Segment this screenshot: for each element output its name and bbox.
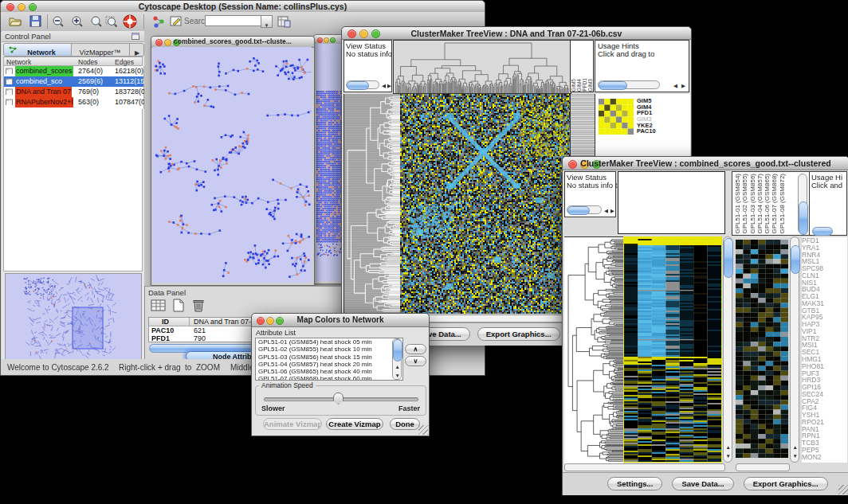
mini-heatmap-canvas[interactable] xyxy=(599,99,634,135)
table-icon[interactable] xyxy=(150,299,167,313)
attribute-item[interactable]: GPL51-01 (GSM854) heat shock 05 min xyxy=(258,338,402,346)
close-icon[interactable] xyxy=(317,37,323,43)
column-dendrogram-area[interactable] xyxy=(618,171,725,234)
attribute-browser-icon[interactable] xyxy=(277,15,291,28)
treeview-button[interactable]: Export Graphics... xyxy=(477,327,560,341)
done-button[interactable]: Done xyxy=(390,418,420,430)
trash-icon[interactable] xyxy=(191,299,206,313)
condition-scrollbar[interactable] xyxy=(798,174,807,234)
save-icon[interactable] xyxy=(29,15,41,27)
attribute-scrollbar[interactable]: ▲ ▼ xyxy=(392,338,402,380)
usage-hints-text: Click and drag to xyxy=(598,49,654,58)
network-overview-canvas[interactable] xyxy=(5,273,142,361)
scroll-left-icon[interactable]: ◀ xyxy=(673,83,677,88)
resize-grip[interactable] xyxy=(838,485,848,494)
scroll-down-icon[interactable]: ▼ xyxy=(395,373,400,378)
gene-list[interactable]: GIM5GIM4PFD1GIM3YKE2PAC10 xyxy=(637,98,685,138)
gene-column-label: PFD1 xyxy=(582,78,587,92)
attribute-item[interactable]: GPL51-07 (GSM868) heat shock 60 min xyxy=(258,375,402,381)
network-window[interactable]: combined_scores_good.txt--cluste... xyxy=(151,36,315,286)
scroll-left-icon[interactable]: ◀ xyxy=(382,83,386,88)
tab-vizmapper[interactable]: VizMapper™ xyxy=(71,44,129,56)
view-status-panel: View Status No status info f ◀ ▶ xyxy=(344,40,392,92)
scroll-left-icon[interactable]: ◀ xyxy=(604,208,608,213)
gene-label[interactable]: PAC10 xyxy=(637,128,685,135)
treeview-dna-titlebar[interactable]: ClusterMaker TreeView : DNA and Tran 07-… xyxy=(342,27,691,40)
heatmap-canvas[interactable] xyxy=(623,236,722,463)
network-list-item[interactable]: DNA and Tran 07 769(0) 183728(0) xyxy=(4,87,143,97)
attribute-item[interactable]: GPL51-03 (GSM856) heat shock 15 min xyxy=(258,354,402,361)
animation-speed-group: Animation Speed Slower Faster xyxy=(255,385,426,416)
gene-label[interactable]: MON2 xyxy=(802,454,847,461)
open-icon[interactable] xyxy=(9,15,22,27)
treeview-button[interactable]: Save Data... xyxy=(672,477,733,490)
resize-grip[interactable] xyxy=(418,425,428,435)
search-input[interactable] xyxy=(205,15,262,26)
attribute-listbox[interactable]: GPL51-01 (GSM854) heat shock 05 minGPL51… xyxy=(255,338,403,381)
control-panel-header: Control Panel xyxy=(2,31,144,42)
scroll-up-icon[interactable]: ▲ xyxy=(395,364,400,369)
usage-hints-scrollbar[interactable] xyxy=(598,80,660,89)
scroll-right-icon[interactable]: ▶ xyxy=(610,208,614,213)
view-status-scrollbar[interactable] xyxy=(346,80,379,89)
zoom-out-icon[interactable] xyxy=(52,15,65,28)
heatmap-hscrollbar[interactable] xyxy=(564,463,725,471)
attribute-item[interactable]: GPL51-06 (GSM865) heat shock 40 min xyxy=(258,368,402,375)
network-view-canvas[interactable] xyxy=(152,47,312,283)
help-lifering-icon[interactable] xyxy=(123,14,137,29)
scroll-down-icon[interactable]: ▼ xyxy=(726,453,731,459)
treeview-button[interactable]: Settings... xyxy=(607,477,662,490)
heatmap-vscrollbar[interactable]: ▲ ▼ xyxy=(723,236,732,463)
tab-network[interactable]: Network xyxy=(4,44,72,56)
scroll-up-icon[interactable]: ▲ xyxy=(793,444,798,450)
move-up-button[interactable]: ∧ xyxy=(405,344,426,354)
zoom-in-icon[interactable] xyxy=(71,15,84,28)
view-status-panel: View Status No status info t ◀ ▶ xyxy=(564,171,616,217)
tabs-overflow-button[interactable]: ▶ xyxy=(129,44,144,56)
scroll-right-icon[interactable]: ▶ xyxy=(681,83,685,88)
correlation-hscrollbar[interactable] xyxy=(736,463,790,471)
condition-label: GPL51-04 (GSM857) xyxy=(756,174,764,234)
scroll-right-icon[interactable]: ▶ xyxy=(387,83,391,88)
window-title: ClusterMaker TreeView : combined_scores_… xyxy=(563,158,848,168)
scroll-up-icon[interactable]: ▲ xyxy=(726,444,731,450)
create-vizmap-button[interactable]: Create Vizmap xyxy=(326,418,383,430)
dialog-titlebar[interactable]: Map Colors to Network xyxy=(252,314,429,327)
network-list-item[interactable]: combined_sco 2569(6) 13112(15) xyxy=(4,76,143,87)
network-file-icon xyxy=(6,88,13,95)
condition-labels: GPL51-01 (GSM854)GPL51-02 (GSM855)GPL51-… xyxy=(734,174,790,234)
row-dendrogram-canvas[interactable] xyxy=(564,236,623,463)
float-panel-icon[interactable] xyxy=(132,33,139,40)
gene-vscrollbar[interactable]: ▲ ▼ xyxy=(790,236,799,463)
animate-vizmap-button[interactable]: Animate Vizmap xyxy=(263,418,322,430)
heatmap-canvas[interactable] xyxy=(400,94,570,314)
column-gene-labels: GIM5GIM4PFD1GIM3YKE2PAC10 xyxy=(570,40,594,92)
row-dendrogram-canvas[interactable] xyxy=(344,94,401,315)
map-colors-dialog: Map Colors to Network Attribute List GPL… xyxy=(251,313,430,436)
treeview-button[interactable]: Export Graphics... xyxy=(744,477,828,490)
attribute-item[interactable]: GPL51-04 (GSM857) heat shock 20 min xyxy=(258,361,402,368)
network-list-item[interactable]: RNAPuberNov2+l 563(0) 107847(0) xyxy=(4,97,143,107)
annotation-icon[interactable] xyxy=(170,15,183,28)
network-manager-icon[interactable] xyxy=(152,15,165,28)
zoom-icon[interactable] xyxy=(330,37,336,43)
zoom-selected-icon[interactable] xyxy=(105,15,118,28)
column-dendrogram-canvas[interactable] xyxy=(393,40,571,94)
minimize-icon[interactable] xyxy=(324,37,329,43)
gene-list[interactable]: PFD1YRA1RNR4MSL1SPC98CLN1NIS1BUD4ELG1MAK… xyxy=(802,237,847,463)
cytoscape-titlebar[interactable]: Cytoscape Desktop (Session Name: collins… xyxy=(1,1,485,13)
speed-slider-thumb[interactable] xyxy=(333,393,344,404)
new-document-icon[interactable] xyxy=(171,299,186,313)
attribute-item[interactable]: GPL51-02 (GSM855) heat shock 10 min xyxy=(258,346,402,353)
attribute-list-label: Attribute List xyxy=(256,329,296,337)
usage-hints-scrollbar[interactable] xyxy=(812,227,833,236)
view-status-scrollbar[interactable] xyxy=(567,205,602,214)
search-dropdown-button[interactable]: ▼ xyxy=(261,15,273,28)
move-down-button[interactable]: ∨ xyxy=(405,356,426,366)
network-list-item[interactable]: combined_scores 2764(0) 16218(0) xyxy=(4,66,143,76)
correlation-heatmap-canvas[interactable] xyxy=(736,240,788,458)
treeview-combined-titlebar[interactable]: ClusterMaker TreeView : combined_scores_… xyxy=(563,157,848,170)
scroll-down-icon[interactable]: ▼ xyxy=(793,453,798,459)
zoom-fit-icon[interactable] xyxy=(90,15,103,28)
network-file-icon xyxy=(6,99,13,105)
